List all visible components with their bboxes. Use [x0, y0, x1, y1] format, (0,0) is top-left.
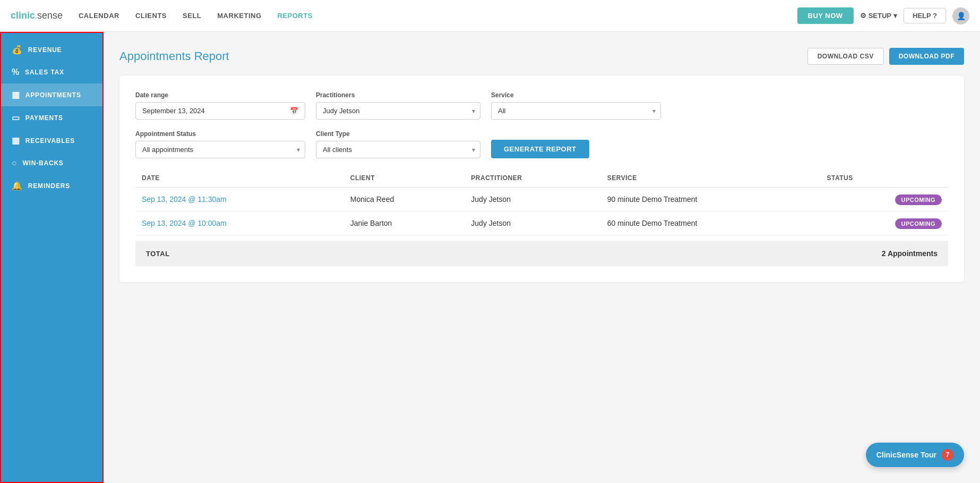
tour-label: ClinicSense Tour — [876, 451, 936, 459]
sidebar-label-appointments: APPOINTMENTS — [25, 91, 81, 99]
cell-date-2: Sep 13, 2024 @ 10:00am — [135, 211, 344, 235]
client-type-label: Client Type — [316, 130, 480, 138]
calendar-icon: 📅 — [290, 107, 298, 115]
main-content: Appointments Report DOWNLOAD CSV DOWNLOA… — [104, 32, 980, 483]
cell-practitioner-1: Judy Jetson — [465, 188, 600, 211]
sidebar-label-receivables: RECEIVABLES — [25, 137, 75, 145]
sidebar-item-payments[interactable]: ▭ PAYMENTS — [1, 106, 102, 129]
download-pdf-button[interactable]: DOWNLOAD PDF — [889, 48, 964, 65]
filter-appointment-status: Appointment Status All appointments ▾ — [135, 130, 305, 158]
cell-status-2: UPCOMING — [821, 211, 948, 235]
tour-badge: 7 — [942, 449, 953, 461]
report-table: DATE CLIENT PRACTITIONER SERVICE STATUS … — [135, 169, 948, 235]
client-type-select-wrapper: All clients ▾ — [316, 141, 480, 158]
cell-practitioner-2: Judy Jetson — [465, 211, 600, 235]
total-value: 2 Appointments — [882, 249, 938, 258]
reminders-icon: 🔔 — [12, 181, 23, 191]
status-badge-2: UPCOMING — [895, 218, 942, 229]
sales-tax-icon: % — [12, 67, 20, 77]
total-label: TOTAL — [146, 250, 170, 258]
logo-sense: sense — [37, 10, 63, 21]
service-label: Service — [491, 91, 661, 99]
appointment-status-select-wrapper: All appointments ▾ — [135, 141, 305, 158]
practitioners-select-wrapper: Judy Jetson ▾ — [316, 102, 480, 120]
avatar-icon: 👤 — [957, 12, 966, 20]
nav-sell[interactable]: SELL — [183, 12, 201, 20]
download-csv-button[interactable]: DOWNLOAD CSV — [807, 48, 884, 65]
sidebar-item-win-backs[interactable]: ○ WIN-BACKS — [1, 152, 102, 174]
filters-row-2: Appointment Status All appointments ▾ Cl… — [135, 130, 948, 158]
help-button[interactable]: HELP ? — [904, 8, 946, 23]
nav-marketing[interactable]: MARKETING — [217, 12, 261, 20]
practitioners-select[interactable]: Judy Jetson — [316, 102, 480, 120]
layout: 💰 REVENUE % SALES TAX ▦ APPOINTMENTS ▭ P… — [0, 32, 980, 483]
filter-service: Service All ▾ — [491, 91, 661, 120]
payments-icon: ▭ — [12, 113, 20, 123]
appointments-icon: ▦ — [12, 90, 20, 100]
nav-links: CALENDAR CLIENTS SELL MARKETING REPORTS — [79, 12, 797, 20]
sidebar-item-appointments[interactable]: ▦ APPOINTMENTS — [1, 83, 102, 106]
filter-date-range: Date range September 13, 2024 📅 — [135, 91, 305, 120]
sidebar-label-win-backs: WIN-BACKS — [22, 159, 63, 167]
date-range-value: September 13, 2024 — [142, 107, 205, 115]
filters-row-1: Date range September 13, 2024 📅 Practiti… — [135, 91, 948, 120]
service-select-wrapper: All ▾ — [491, 102, 661, 120]
cell-client-2: Janie Barton — [344, 211, 465, 235]
page-header: Appointments Report DOWNLOAD CSV DOWNLOA… — [119, 48, 964, 65]
top-nav: clinic . sense CALENDAR CLIENTS SELL MAR… — [0, 0, 980, 32]
practitioners-label: Practitioners — [316, 91, 480, 99]
filter-practitioners: Practitioners Judy Jetson ▾ — [316, 91, 480, 120]
cell-service-1: 90 minute Demo Treatment — [601, 188, 821, 211]
cell-service-2: 60 minute Demo Treatment — [601, 211, 821, 235]
table-header: DATE CLIENT PRACTITIONER SERVICE STATUS — [135, 169, 948, 188]
appointment-status-label: Appointment Status — [135, 130, 305, 138]
report-card: Date range September 13, 2024 📅 Practiti… — [119, 75, 964, 282]
sidebar-label-payments: PAYMENTS — [25, 114, 63, 122]
filter-client-type: Client Type All clients ▾ — [316, 130, 480, 158]
sidebar-label-revenue: REVENUE — [28, 46, 62, 54]
col-client: CLIENT — [344, 169, 465, 188]
sidebar-item-reminders[interactable]: 🔔 REMINDERS — [1, 174, 102, 197]
cell-client-1: Monica Reed — [344, 188, 465, 211]
date-range-input[interactable]: September 13, 2024 📅 — [135, 102, 305, 120]
sidebar-label-reminders: REMINDERS — [28, 182, 70, 190]
sidebar-label-sales-tax: SALES TAX — [25, 69, 64, 76]
service-select[interactable]: All — [491, 102, 661, 120]
logo-clinic: clinic — [11, 10, 35, 21]
generate-report-button[interactable]: GENERATE REPORT — [491, 140, 589, 158]
col-service: SERVICE — [601, 169, 821, 188]
date-range-label: Date range — [135, 91, 305, 99]
col-practitioner: PRACTITIONER — [465, 169, 600, 188]
avatar[interactable]: 👤 — [952, 7, 969, 24]
nav-right: BUY NOW ⚙ SETUP ▾ HELP ? 👤 — [797, 7, 969, 24]
sidebar-item-sales-tax[interactable]: % SALES TAX — [1, 61, 102, 83]
clinicsense-tour-button[interactable]: ClinicSense Tour 7 — [866, 443, 964, 467]
report-table-container: DATE CLIENT PRACTITIONER SERVICE STATUS … — [135, 169, 948, 235]
appointment-status-select[interactable]: All appointments — [135, 141, 305, 158]
win-backs-icon: ○ — [12, 158, 17, 168]
col-status: STATUS — [821, 169, 948, 188]
page-title: Appointments Report — [119, 49, 229, 63]
nav-reports[interactable]: REPORTS — [278, 12, 313, 20]
logo[interactable]: clinic . sense — [11, 10, 63, 21]
nav-calendar[interactable]: CALENDAR — [79, 12, 119, 20]
nav-clients[interactable]: CLIENTS — [135, 12, 167, 20]
setup-button[interactable]: ⚙ SETUP ▾ — [860, 12, 897, 20]
table-row: Sep 13, 2024 @ 10:00am Janie Barton Judy… — [135, 211, 948, 235]
header-buttons: DOWNLOAD CSV DOWNLOAD PDF — [807, 48, 964, 65]
cell-date-1: Sep 13, 2024 @ 11:30am — [135, 188, 344, 211]
col-date: DATE — [135, 169, 344, 188]
appointment-link-2[interactable]: Sep 13, 2024 @ 10:00am — [142, 219, 227, 227]
sidebar: 💰 REVENUE % SALES TAX ▦ APPOINTMENTS ▭ P… — [0, 32, 104, 483]
cell-status-1: UPCOMING — [821, 188, 948, 211]
sidebar-item-receivables[interactable]: ▦ RECEIVABLES — [1, 129, 102, 152]
appointment-link-1[interactable]: Sep 13, 2024 @ 11:30am — [142, 195, 227, 204]
client-type-select[interactable]: All clients — [316, 141, 480, 158]
table-row: Sep 13, 2024 @ 11:30am Monica Reed Judy … — [135, 188, 948, 211]
total-row: TOTAL 2 Appointments — [135, 241, 948, 266]
status-badge-1: UPCOMING — [895, 194, 942, 205]
revenue-icon: 💰 — [12, 45, 23, 55]
buy-now-button[interactable]: BUY NOW — [797, 7, 854, 24]
receivables-icon: ▦ — [12, 135, 20, 146]
sidebar-item-revenue[interactable]: 💰 REVENUE — [1, 38, 102, 61]
